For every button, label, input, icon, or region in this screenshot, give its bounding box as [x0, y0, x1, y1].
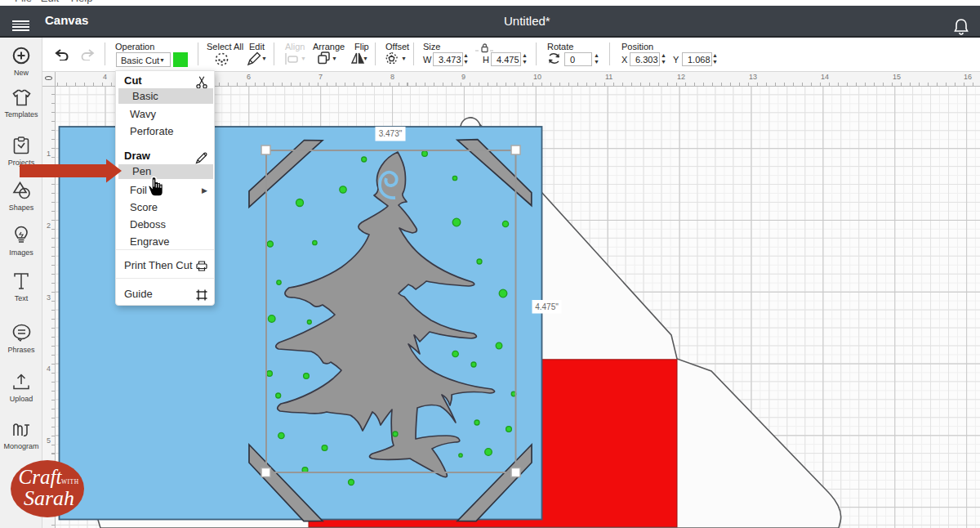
svg-text:4.475": 4.475"	[535, 302, 559, 311]
svg-text:3.473": 3.473"	[379, 129, 403, 138]
